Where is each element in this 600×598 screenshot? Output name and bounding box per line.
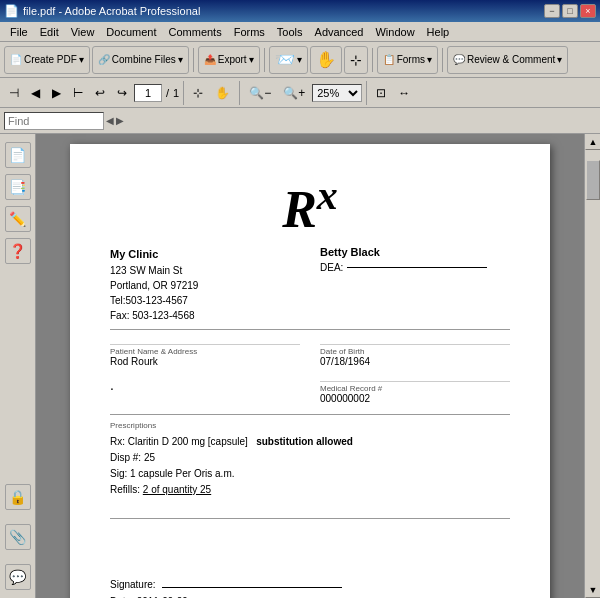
prescriptions-label: Prescriptions <box>110 421 510 430</box>
hand-icon: ✋ <box>316 50 336 69</box>
dob-label: Date of Birth <box>320 344 510 356</box>
rx-line2: Disp #: 25 <box>110 450 510 466</box>
menu-edit[interactable]: Edit <box>34 24 65 40</box>
scroll-down-button[interactable]: ▼ <box>585 582 600 598</box>
menu-advanced[interactable]: Advanced <box>309 24 370 40</box>
close-button[interactable]: × <box>580 4 596 18</box>
panel-comments-icon[interactable]: 🔒 <box>5 484 31 510</box>
toolbar2-sep3 <box>366 81 367 105</box>
header-two-col: My Clinic 123 SW Main St Portland, OR 97… <box>110 246 510 323</box>
export-dropdown-icon: ▾ <box>249 54 254 65</box>
zoom-select[interactable]: 25% 50% 75% 100% <box>312 84 362 102</box>
send-button[interactable]: 📨 ▾ <box>269 46 308 74</box>
fit-width-button[interactable]: ↔ <box>393 82 415 104</box>
title-bar: 📄 file.pdf - Adobe Acrobat Professional … <box>0 0 600 22</box>
scroll-thumb[interactable] <box>586 160 600 200</box>
page-total: 1 <box>173 87 179 99</box>
prescription-text: Rx: Claritin D 200 mg [capsule] substitu… <box>110 434 510 498</box>
patient-name: Betty Black <box>320 246 510 258</box>
signature-line <box>162 587 342 588</box>
divider-3 <box>110 518 510 519</box>
find-input[interactable] <box>4 112 104 130</box>
divider-2 <box>110 414 510 415</box>
combine-icon: 🔗 <box>98 54 110 65</box>
zoom-in-button[interactable]: 🔍+ <box>278 82 310 104</box>
title-bar-text: file.pdf - Adobe Acrobat Professional <box>23 5 200 17</box>
zoom-out-button[interactable]: 🔍− <box>244 82 276 104</box>
med-record-value: 000000002 <box>320 393 510 404</box>
page-separator: / <box>166 87 169 99</box>
dot-col: . <box>110 373 300 404</box>
page-number-input[interactable] <box>134 84 162 102</box>
scroll-up-button[interactable]: ▲ <box>585 134 600 150</box>
rx-allowed: substitution allowed <box>256 436 353 447</box>
menu-help[interactable]: Help <box>421 24 456 40</box>
combine-dropdown-icon: ▾ <box>178 54 183 65</box>
select-tool-button[interactable]: ⊹ <box>344 46 368 74</box>
menu-document[interactable]: Document <box>100 24 162 40</box>
pdf-page: Rx My Clinic 123 SW Main St Portland, OR… <box>70 144 550 598</box>
pdf-canvas[interactable]: Rx My Clinic 123 SW Main St Portland, OR… <box>36 134 584 598</box>
forms-button[interactable]: 📋 Forms ▾ <box>377 46 438 74</box>
forms-dropdown-icon: ▾ <box>427 54 432 65</box>
panel-help-icon[interactable]: ❓ <box>5 238 31 264</box>
med-record-col: Medical Record # 000000002 <box>300 373 510 404</box>
med-record-label: Medical Record # <box>320 381 510 393</box>
nav-forward[interactable]: ↪ <box>112 82 132 104</box>
nav-last-page[interactable]: ⊢ <box>68 82 88 104</box>
refills-value: 2 of quantity 25 <box>143 484 211 495</box>
create-pdf-icon: 📄 <box>10 54 22 65</box>
forms-icon: 📋 <box>383 54 395 65</box>
create-pdf-dropdown-icon: ▾ <box>79 54 84 65</box>
toolbar2-sep2 <box>239 81 240 105</box>
cursor-tool-button[interactable]: ⊹ <box>188 82 208 104</box>
combine-files-button[interactable]: 🔗 Combine Files ▾ <box>92 46 189 74</box>
create-pdf-button[interactable]: 📄 Create PDF ▾ <box>4 46 90 74</box>
panel-pages-icon[interactable]: 📄 <box>5 142 31 168</box>
nav-next-page[interactable]: ▶ <box>47 82 66 104</box>
menu-window[interactable]: Window <box>369 24 420 40</box>
toolbar-separator-1 <box>193 48 194 72</box>
dea-row: DEA: <box>320 262 510 273</box>
signature-area: Signature: Date: 2011-09-29 <box>110 579 510 598</box>
clinic-address: 123 SW Main St <box>110 263 300 278</box>
review-icon: 💬 <box>453 54 465 65</box>
menu-view[interactable]: View <box>65 24 101 40</box>
select-icon: ⊹ <box>350 52 362 68</box>
toolbar2-sep1 <box>183 81 184 105</box>
scroll-track[interactable] <box>585 150 600 582</box>
menu-comments[interactable]: Comments <box>163 24 228 40</box>
panel-bookmarks-icon[interactable]: 📑 <box>5 174 31 200</box>
maximize-button[interactable]: □ <box>562 4 578 18</box>
panel-sign-icon[interactable]: 💬 <box>5 564 31 590</box>
review-comment-button[interactable]: 💬 Review & Comment ▾ <box>447 46 568 74</box>
find-bar: ◀ ▶ <box>0 108 600 134</box>
menu-tools[interactable]: Tools <box>271 24 309 40</box>
toolbar-separator-2 <box>264 48 265 72</box>
menu-file[interactable]: File <box>4 24 34 40</box>
find-next-icon[interactable]: ▶ <box>116 115 124 126</box>
panel-edit-icon[interactable]: ✏️ <box>5 206 31 232</box>
pan-tool-button[interactable]: ✋ <box>210 82 235 104</box>
nav-back[interactable]: ↩ <box>90 82 110 104</box>
review-dropdown-icon: ▾ <box>557 54 562 65</box>
panel-attach-icon[interactable]: 📎 <box>5 524 31 550</box>
clinic-fax: Fax: 503-123-4568 <box>110 308 300 323</box>
clinic-info: My Clinic 123 SW Main St Portland, OR 97… <box>110 246 300 323</box>
fit-page-button[interactable]: ⊡ <box>371 82 391 104</box>
main-area: 📄 📑 ✏️ ❓ 🔒 📎 💬 Rx My Clinic 123 SW Main … <box>0 134 600 598</box>
nav-prev-page[interactable]: ◀ <box>26 82 45 104</box>
nav-first-page[interactable]: ⊣ <box>4 82 24 104</box>
signature-row: Signature: <box>110 579 510 590</box>
rx-line3: Sig: 1 capsule Per Oris a.m. <box>110 466 510 482</box>
menu-forms[interactable]: Forms <box>228 24 271 40</box>
clinic-name: My Clinic <box>110 246 300 263</box>
left-panel: 📄 📑 ✏️ ❓ 🔒 📎 💬 <box>0 134 36 598</box>
find-prev-icon[interactable]: ◀ <box>106 115 114 126</box>
minimize-button[interactable]: − <box>544 4 560 18</box>
export-button[interactable]: 📤 Export ▾ <box>198 46 260 74</box>
hand-tool-button[interactable]: ✋ <box>310 46 342 74</box>
dea-line <box>347 267 487 268</box>
clinic-city: Portland, OR 97219 <box>110 278 300 293</box>
toolbar-nav: ⊣ ◀ ▶ ⊢ ↩ ↪ / 1 ⊹ ✋ 🔍− 🔍+ 25% 50% 75% 10… <box>0 78 600 108</box>
